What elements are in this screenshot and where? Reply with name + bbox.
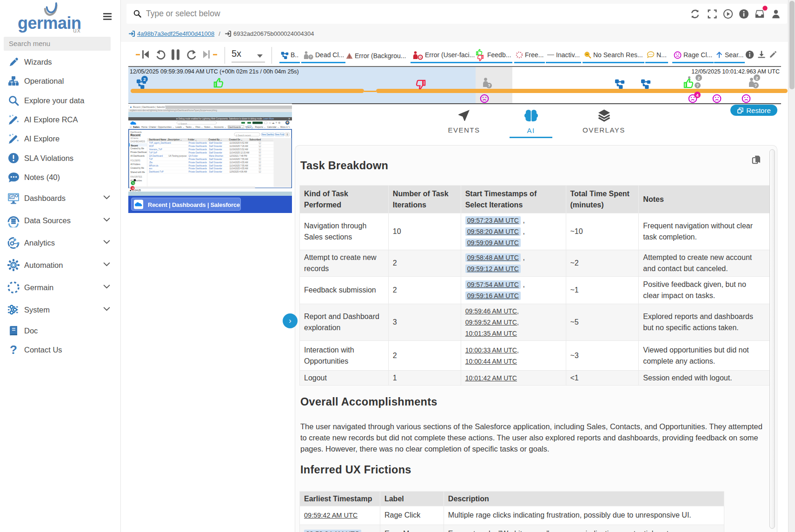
svg-text:?: ? <box>310 55 312 59</box>
